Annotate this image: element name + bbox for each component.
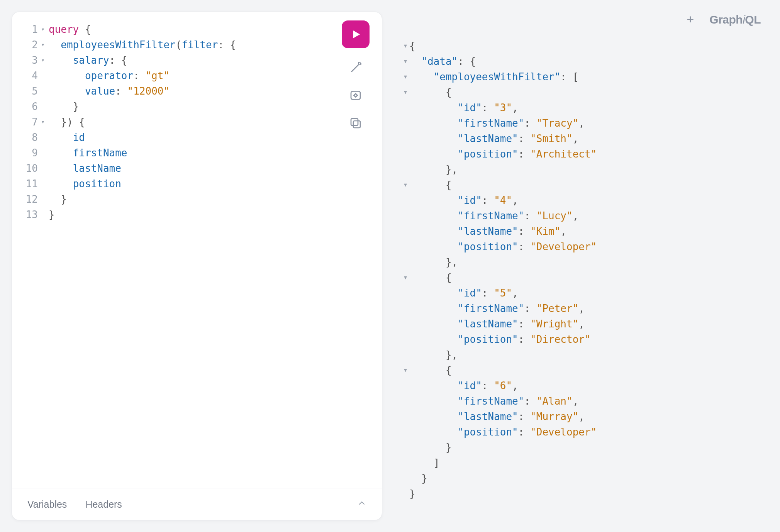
- merge-button[interactable]: [347, 87, 364, 104]
- response-json: { "data": { "employeesWithFilter": [ { "…: [409, 38, 768, 520]
- svg-rect-1: [353, 121, 360, 128]
- magic-wand-icon: [349, 61, 363, 75]
- response-fold-gutter: ▾ ▾ ▾ ▾ ▾ ▾ ▾: [394, 38, 409, 520]
- fold-caret-icon[interactable]: ▾: [39, 22, 45, 37]
- copy-button[interactable]: [347, 115, 364, 132]
- copy-icon: [349, 116, 363, 130]
- svg-rect-0: [351, 91, 360, 100]
- fold-caret-icon[interactable]: ▾: [39, 53, 45, 68]
- tab-headers[interactable]: Headers: [85, 499, 122, 510]
- response-viewer[interactable]: ▾ ▾ ▾ ▾ ▾ ▾ ▾: [394, 38, 768, 520]
- query-code[interactable]: query { employeesWithFilter(filter: { sa…: [49, 22, 382, 488]
- graphiql-logo: GraphiQL: [709, 13, 761, 26]
- merge-icon: [349, 88, 363, 102]
- fold-caret-icon[interactable]: ▾: [39, 114, 45, 130]
- editor-bottom-tabs: Variables Headers: [27, 499, 122, 510]
- chevron-up-icon[interactable]: [357, 498, 366, 510]
- prettify-button[interactable]: [347, 59, 364, 76]
- execute-button[interactable]: [342, 20, 370, 48]
- query-editor[interactable]: 1▾ 2▾ 3▾ 4 5 6 7▾ 8 9 10 11 12 13 query …: [12, 12, 382, 488]
- response-panel: + GraphiQL ▾ ▾ ▾ ▾ ▾ ▾: [394, 12, 768, 520]
- tab-variables[interactable]: Variables: [27, 499, 67, 510]
- editor-bottom-bar: Variables Headers: [12, 488, 382, 520]
- fold-caret-icon[interactable]: ▾: [39, 37, 45, 53]
- line-gutter: 1▾ 2▾ 3▾ 4 5 6 7▾ 8 9 10 11 12 13: [12, 22, 49, 488]
- svg-rect-2: [351, 119, 358, 125]
- query-editor-panel: 1▾ 2▾ 3▾ 4 5 6 7▾ 8 9 10 11 12 13 query …: [12, 12, 382, 520]
- topbar: + GraphiQL: [394, 12, 768, 38]
- play-icon: [350, 29, 361, 40]
- editor-toolbar: [342, 20, 370, 132]
- add-tab-button[interactable]: +: [687, 12, 694, 27]
- graphiql-app: 1▾ 2▾ 3▾ 4 5 6 7▾ 8 9 10 11 12 13 query …: [0, 0, 780, 532]
